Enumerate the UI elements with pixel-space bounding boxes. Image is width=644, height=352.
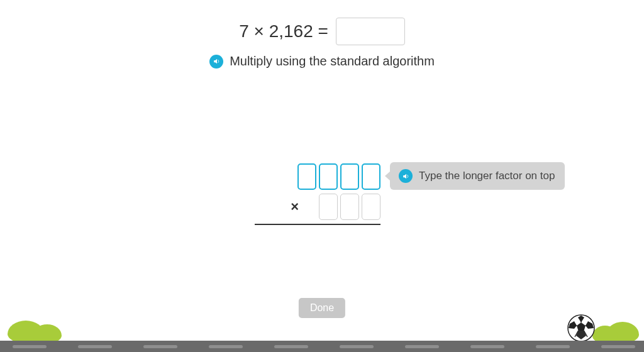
- top-digit-1[interactable]: [297, 163, 316, 190]
- top-digit-2[interactable]: [319, 163, 338, 190]
- bottom-digit-3[interactable]: [362, 194, 380, 220]
- road-dash: [78, 345, 112, 348]
- road-dash: [209, 345, 243, 348]
- road-dash: [536, 345, 570, 348]
- road-dash: [470, 345, 504, 348]
- soccer-ball-icon: [567, 314, 595, 342]
- road-dash: [340, 345, 374, 348]
- multiply-sign: ×: [291, 199, 299, 215]
- equation-text: 7 × 2,162 =: [239, 21, 328, 41]
- answer-input[interactable]: [336, 18, 405, 45]
- road-dash: [274, 345, 308, 348]
- done-button[interactable]: Done: [299, 298, 345, 318]
- bottom-digit-2[interactable]: [340, 194, 359, 220]
- instruction-text: Multiply using the standard algorithm: [230, 54, 435, 69]
- speaker-icon[interactable]: [209, 55, 223, 69]
- road-dash: [143, 345, 177, 348]
- top-digit-4[interactable]: [362, 163, 380, 190]
- speaker-icon[interactable]: [399, 169, 413, 183]
- hint-tooltip: Type the longer factor on top: [390, 162, 565, 190]
- road-dash: [601, 345, 635, 348]
- road-dash: [13, 345, 47, 348]
- divider-line: [255, 224, 380, 225]
- bottom-digit-1[interactable]: [319, 194, 338, 220]
- top-digit-3[interactable]: [340, 163, 359, 190]
- hint-text: Type the longer factor on top: [419, 170, 555, 182]
- road-dash: [405, 345, 439, 348]
- algorithm-work-area: ×: [255, 163, 380, 225]
